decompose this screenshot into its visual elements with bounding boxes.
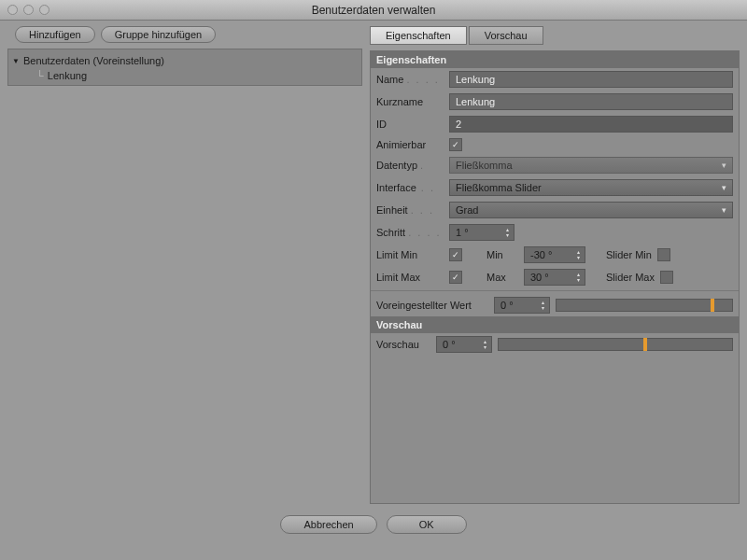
id-field[interactable]: [449, 116, 733, 133]
left-toolbar: Hinzufügen Gruppe hinzufügen: [7, 21, 362, 49]
tree-root-item[interactable]: ▼ Benutzerdaten (Voreinstellung): [12, 53, 358, 68]
section-preview: Vorschau: [371, 316, 739, 333]
tabs: Eigenschaften Vorschau: [370, 26, 543, 45]
step-spinner[interactable]: 1 ° ▴▾: [449, 224, 514, 241]
unit-dropdown[interactable]: Grad ▾: [449, 202, 733, 218]
limit-min-checkbox[interactable]: ✓: [449, 248, 462, 261]
spinner-arrows-icon[interactable]: ▴▾: [502, 225, 512, 240]
datatype-value: Fließkomma: [456, 160, 513, 171]
slider-min-checkbox[interactable]: [657, 248, 670, 261]
label-slider-max: Slider Max: [606, 272, 655, 283]
label-datatype: Datentyp: [376, 160, 417, 171]
cancel-button[interactable]: Abbrechen: [280, 515, 376, 534]
tree-item-label: Lenkung: [48, 70, 87, 81]
chevron-down-icon: ▾: [722, 183, 726, 192]
spinner-arrows-icon[interactable]: ▴▾: [573, 247, 583, 262]
add-group-button[interactable]: Gruppe hinzufügen: [101, 26, 217, 43]
label-interface: Interface: [376, 182, 416, 193]
chevron-down-icon: ▾: [722, 161, 726, 170]
add-button[interactable]: Hinzufügen: [15, 26, 95, 43]
datatype-dropdown[interactable]: Fließkomma ▾: [449, 157, 733, 174]
preview-spinner[interactable]: 0 ° ▴▾: [436, 336, 492, 353]
limit-max-checkbox[interactable]: ✓: [449, 271, 462, 284]
default-value: 0 °: [500, 300, 514, 311]
slider-thumb[interactable]: [643, 338, 647, 351]
name-field[interactable]: [449, 71, 733, 88]
titlebar: Benutzerdaten verwalten: [0, 0, 747, 21]
max-spinner[interactable]: 30 ° ▴▾: [524, 269, 585, 286]
tree-view[interactable]: ▼ Benutzerdaten (Voreinstellung) └ Lenku…: [7, 49, 362, 86]
interface-value: Fließkomma Slider: [456, 182, 542, 193]
default-slider[interactable]: [556, 299, 733, 312]
tab-preview[interactable]: Vorschau: [469, 26, 543, 45]
tree-branch-icon: └: [36, 70, 44, 81]
min-spinner[interactable]: -30 ° ▴▾: [524, 246, 585, 263]
label-min: Min: [486, 249, 518, 260]
ok-button[interactable]: OK: [387, 515, 467, 534]
min-value: -30 °: [530, 249, 552, 260]
label-animatable: Animierbar: [376, 139, 444, 150]
label-limit-max: Limit Max: [376, 272, 444, 283]
chevron-down-icon: ▾: [722, 205, 726, 215]
label-max: Max: [486, 272, 518, 283]
right-pane: Eigenschaften Vorschau Eigenschaften Nam…: [370, 21, 740, 504]
disclosure-triangle-icon[interactable]: ▼: [12, 57, 20, 65]
window-title: Benutzerdaten verwalten: [0, 4, 747, 17]
tab-properties[interactable]: Eigenschaften: [370, 26, 467, 45]
interface-dropdown[interactable]: Fließkomma Slider ▾: [449, 179, 733, 196]
label-limit-min: Limit Min: [376, 249, 444, 260]
default-spinner[interactable]: 0 ° ▴▾: [494, 297, 550, 314]
label-slider-min: Slider Min: [606, 249, 652, 260]
label-name: Name: [376, 74, 403, 85]
tree-item-lenkung[interactable]: └ Lenkung: [12, 68, 358, 81]
label-shortname: Kurzname: [376, 96, 444, 107]
preview-value: 0 °: [443, 339, 456, 350]
slider-thumb[interactable]: [711, 299, 714, 312]
label-default: Voreingestellter Wert: [376, 300, 488, 311]
tree-root-label: Benutzerdaten (Voreinstellung): [23, 55, 164, 66]
label-id: ID: [376, 119, 444, 130]
step-value: 1 °: [456, 227, 469, 238]
shortname-field[interactable]: [449, 93, 733, 110]
slider-max-checkbox[interactable]: [660, 271, 673, 284]
label-preview: Vorschau: [376, 339, 430, 350]
section-properties: Eigenschaften: [371, 51, 739, 68]
unit-value: Grad: [456, 204, 478, 216]
footer: Abbrechen OK: [0, 504, 747, 545]
preview-slider[interactable]: [498, 338, 733, 351]
spinner-arrows-icon[interactable]: ▴▾: [573, 270, 583, 285]
animatable-checkbox[interactable]: ✓: [449, 138, 462, 151]
label-unit: Einheit: [376, 204, 408, 216]
spinner-arrows-icon[interactable]: ▴▾: [480, 337, 489, 352]
label-step: Schritt: [376, 227, 405, 238]
properties-panel: Eigenschaften Name . . . . Kurzname ID A…: [370, 50, 740, 504]
main-area: Hinzufügen Gruppe hinzufügen ▼ Benutzerd…: [0, 21, 747, 504]
max-value: 30 °: [530, 272, 549, 283]
spinner-arrows-icon[interactable]: ▴▾: [538, 298, 547, 313]
